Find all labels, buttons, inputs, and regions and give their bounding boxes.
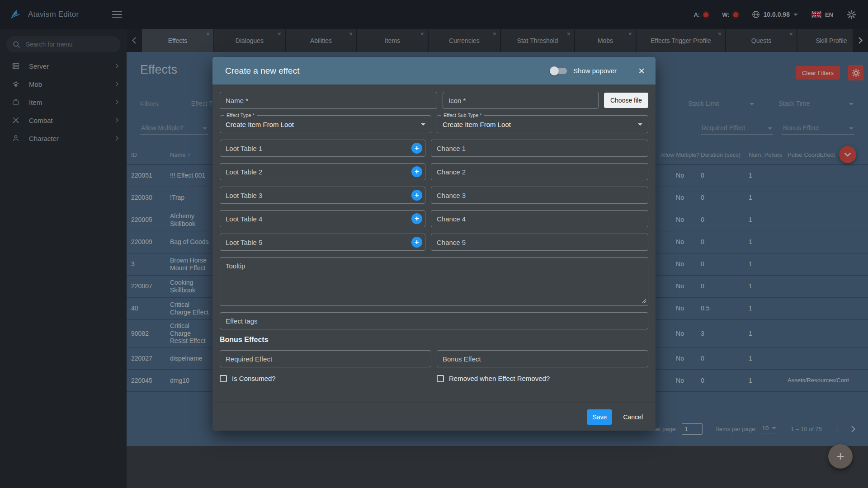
cancel-button[interactable]: Cancel xyxy=(619,413,646,421)
chevron-down-icon xyxy=(638,123,642,126)
dialog-title: Create a new effect xyxy=(225,66,299,76)
loot-table-3-input[interactable] xyxy=(220,187,425,204)
tooltip-textarea[interactable] xyxy=(220,257,648,306)
bonus-effect-input[interactable] xyxy=(437,350,648,367)
is-consumed-label: Is Consumed? xyxy=(232,375,276,382)
dialog-body: Choose file Effect Type * Create Item Fr… xyxy=(212,84,656,403)
effect-name-input[interactable] xyxy=(220,92,437,109)
loot-table-1-input[interactable] xyxy=(220,140,425,157)
chance-1-input[interactable] xyxy=(431,140,648,157)
create-effect-dialog: Create a new effect Show popover × Choos… xyxy=(212,57,656,431)
loot-table-2-add-button[interactable]: + xyxy=(411,166,422,177)
loot-table-5-input[interactable] xyxy=(220,234,425,251)
loot-table-2-input[interactable] xyxy=(220,163,425,180)
loot-table-5-add-button[interactable]: + xyxy=(411,237,422,248)
save-button[interactable]: Save xyxy=(587,409,612,425)
loot-table-1-add-button[interactable]: + xyxy=(411,143,422,154)
is-consumed-option: Is Consumed? xyxy=(220,375,431,382)
show-popover-toggle[interactable] xyxy=(551,68,567,74)
removed-when-effect-removed-option: Removed when Effect Removed? xyxy=(437,375,648,382)
resize-grip-icon[interactable] xyxy=(642,299,646,303)
chevron-down-icon xyxy=(421,123,425,126)
loot-table-3-add-button[interactable]: + xyxy=(411,190,422,201)
chance-5-input[interactable] xyxy=(431,234,648,251)
is-consumed-checkbox[interactable] xyxy=(220,375,227,382)
dialog-footer: Save Cancel xyxy=(212,403,656,431)
effect-icon-input[interactable] xyxy=(443,92,599,109)
loot-table-4-add-button[interactable]: + xyxy=(411,213,422,224)
chance-3-input[interactable] xyxy=(431,187,648,204)
toggle-knob xyxy=(550,66,559,75)
show-popover-label: Show popover xyxy=(573,67,617,75)
chance-2-input[interactable] xyxy=(431,163,648,180)
dialog-close-icon[interactable]: × xyxy=(638,66,645,76)
bonus-effects-heading: Bonus Effects xyxy=(220,336,648,344)
loot-table-4-input[interactable] xyxy=(220,210,425,227)
effect-type-select[interactable]: Effect Type * Create Item From Loot xyxy=(220,115,431,133)
choose-file-button[interactable]: Choose file xyxy=(604,93,648,108)
chance-4-input[interactable] xyxy=(431,210,648,227)
removed-when-effect-removed-label: Removed when Effect Removed? xyxy=(449,375,550,382)
removed-when-effect-removed-checkbox[interactable] xyxy=(437,375,444,382)
dialog-header: Create a new effect Show popover × xyxy=(212,57,656,84)
effect-tags-input[interactable] xyxy=(220,312,648,329)
effect-sub-type-select[interactable]: Effect Sub Type * Create Item From Loot xyxy=(437,115,648,133)
required-effect-input[interactable] xyxy=(220,350,431,367)
